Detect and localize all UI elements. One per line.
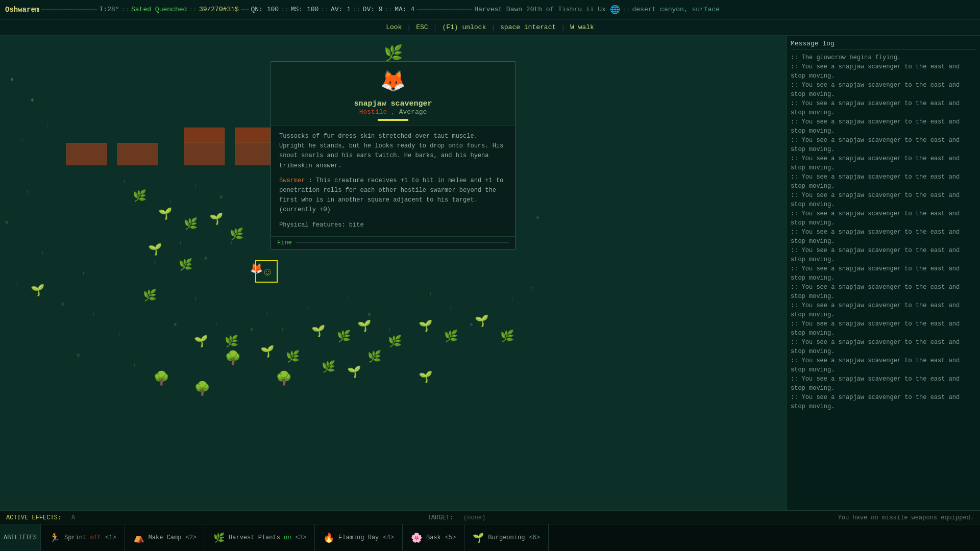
ability-item-3[interactable]: 🌿Harvest Plants on <3> <box>205 524 315 551</box>
ms-display: MS: 100 <box>291 6 319 13</box>
ability-key-3: <3> <box>296 534 307 541</box>
globe-icon: 🌐 <box>610 5 620 15</box>
log-entry: :: You see a snapjaw scavenger to the ea… <box>791 154 976 172</box>
look-bar: Look | ESC | (F1) unlock | space interac… <box>0 19 980 36</box>
ability-label-1: Sprint off <box>64 534 101 541</box>
ma-display: MA: 4 <box>395 6 414 13</box>
abilities-row: ABILITIES 🏃Sprint off <1>⛺Make Camp <2>🌿… <box>0 524 980 551</box>
popup-footer: Fine <box>271 236 515 249</box>
creature-sprite: 🌱 <box>209 214 223 226</box>
creature-sprite: 🌱 <box>475 316 488 328</box>
player-cursor <box>255 260 278 283</box>
message-log-title: Message log <box>791 40 976 50</box>
hp-display: 39/270# <box>199 6 227 13</box>
space-cmd: space interact <box>500 23 556 31</box>
log-entry: :: You see a snapjaw scavenger to the ea… <box>791 338 976 356</box>
ability-key-2: <2> <box>185 534 197 541</box>
creature-sprite: 🌱 <box>148 245 162 256</box>
main-content: ♣ ♣ ↑ ↑ · · ↑ ♣ ↑ · ↑ ♣ · ↑ ↑ · ↑ ↑ · ♣ … <box>0 36 980 510</box>
ability-key-1: <1> <box>105 534 116 541</box>
creature-sprite: 🌱 <box>347 367 361 379</box>
log-entry: :: You see a snapjaw scavenger to the ea… <box>791 99 976 117</box>
popup-hp-bar <box>378 119 408 121</box>
creature-sprite: 🌿 <box>322 362 335 373</box>
log-entry: :: You see a snapjaw scavenger to the ea… <box>791 246 976 264</box>
player-name: Oshwarem <box>5 6 39 14</box>
ability-label-3: Harvest Plants on <box>229 534 291 541</box>
ability-state-3: on <box>280 534 291 541</box>
creature-sprite: 🌱 <box>357 321 371 333</box>
log-entry: :: The glowcrow begins flying. <box>791 53 976 62</box>
abilities-button[interactable]: ABILITIES <box>0 524 41 551</box>
top-bar: Oshwarem ────────────── T:28° :: Sated Q… <box>0 0 980 19</box>
creature-icon: 🦊 <box>380 69 406 94</box>
f1-cmd: (F1) unlock <box>442 23 486 31</box>
log-entry: :: You see a snapjaw scavenger to the ea… <box>791 319 976 338</box>
brick-structure <box>184 128 225 143</box>
creature-sprite: 🌿 <box>225 337 238 348</box>
popup-physical-features: Physical features: bite <box>279 220 507 230</box>
game-area[interactable]: ♣ ♣ ↑ ↑ · · ↑ ♣ ↑ · ↑ ♣ · ↑ ↑ · ↑ ↑ · ♣ … <box>0 36 786 510</box>
log-entry: :: You see a snapjaw scavenger to the ea… <box>791 393 976 411</box>
date-display: Harvest Dawn 20th of Tishru ii Ux <box>474 6 605 13</box>
creature-sprite: 🌿 <box>500 332 514 343</box>
ability-item-1[interactable]: 🏃Sprint off <1> <box>41 524 125 551</box>
log-entry: :: You see a snapjaw scavenger to the ea… <box>791 191 976 209</box>
ability-icon-2: ⛺ <box>133 532 144 543</box>
creature-sprite: 🌱 <box>419 372 432 384</box>
esc-cmd: ESC <box>416 23 428 31</box>
ability-icon-5: 🌸 <box>411 532 422 543</box>
ability-item-6[interactable]: 🌱Burgeoning <6> <box>464 524 549 551</box>
effects-row: ACTIVE EFFECTS: A TARGET: (none) You hav… <box>0 511 980 524</box>
ability-key-5: <5> <box>445 534 456 541</box>
log-entry: :: You see a snapjaw scavenger to the ea… <box>791 356 976 374</box>
target-value: (none) <box>463 514 485 521</box>
sep1: ────────────── <box>41 6 97 13</box>
message-log[interactable]: Message log :: The glowcrow begins flyin… <box>786 36 980 510</box>
location-display: desert canyon, surface <box>632 6 720 13</box>
log-entry: :: You see a snapjaw scavenger to the ea… <box>791 136 976 154</box>
temp-display: T:28° <box>99 6 119 13</box>
log-entry: :: You see a snapjaw scavenger to the ea… <box>791 81 976 99</box>
ability-icon-1: 🏃 <box>49 532 60 543</box>
popup-creature-image: 🦊 <box>378 66 408 96</box>
creature-sprite: 🌿 <box>368 352 381 363</box>
tree-sprite: 🌳 <box>194 383 210 396</box>
gold-display: 31$ <box>227 6 239 13</box>
creature-sprite: 🌱 <box>31 286 44 297</box>
player-sprite: ☺ <box>257 262 278 283</box>
creature-popup: 🌿 🦊 snapjaw scavenger Hostile , Average … <box>271 61 516 249</box>
brick-structure <box>66 143 107 165</box>
ability-label-2: Make Camp <box>149 534 182 541</box>
creature-sprite: 🌱 <box>311 327 325 338</box>
dv-display: DV: 9 <box>363 6 383 13</box>
popup-header: 🦊 snapjaw scavenger Hostile , Average <box>271 62 515 126</box>
ability-icon-6: 🌱 <box>473 532 484 543</box>
creature-sprite: 🌱 <box>419 321 432 333</box>
brick-structure <box>235 128 276 143</box>
popup-description: Tussocks of fur dress skin stretched ove… <box>279 132 507 171</box>
popup-body: Tussocks of fur dress skin stretched ove… <box>271 126 515 236</box>
av-display: AV: 1 <box>331 6 351 13</box>
ability-item-4[interactable]: 🔥Flaming Ray <4> <box>315 524 403 551</box>
bottom-bar: ACTIVE EFFECTS: A TARGET: (none) You hav… <box>0 510 980 551</box>
creature-sprite: 🌿 <box>444 332 458 343</box>
creature-sprite: 🌿 <box>184 219 198 231</box>
status-display: Sated Quenched <box>131 6 187 13</box>
ability-item-5[interactable]: 🌸Bask <5> <box>403 524 464 551</box>
log-entry: :: You see a snapjaw scavenger to the ea… <box>791 374 976 393</box>
creature-sprite: 🌱 <box>260 347 274 358</box>
popup-avg-label: Average <box>399 108 427 116</box>
creature-sprite: 🌿 <box>286 352 300 363</box>
popup-tree-decoration: 🌿 <box>384 44 403 63</box>
popup-ability-block: Swarmer : This creature receives +1 to h… <box>279 176 507 215</box>
tree-sprite: 🌳 <box>276 372 292 386</box>
log-entry: :: You see a snapjaw scavenger to the ea… <box>791 283 976 301</box>
creature-sprite: 🌿 <box>143 291 157 302</box>
log-entry: :: You see a snapjaw scavenger to the ea… <box>791 301 976 319</box>
creature-sprite: 🌿 <box>179 260 192 271</box>
ability-label-5: Bask <box>426 534 441 541</box>
ability-item-2[interactable]: ⛺Make Camp <2> <box>125 524 205 551</box>
brick-structure <box>235 143 276 165</box>
tree-sprite: 🌳 <box>225 352 241 365</box>
